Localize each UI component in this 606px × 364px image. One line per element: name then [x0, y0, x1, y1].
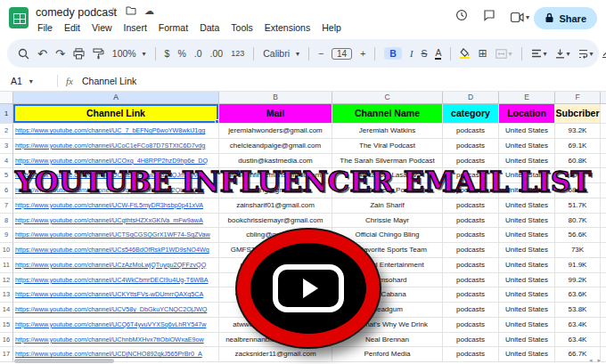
category-cell[interactable]: podcasts [443, 303, 499, 318]
print-icon[interactable] [73, 48, 85, 60]
increase-decimals-button[interactable]: .00 [210, 48, 224, 59]
format-percent-button[interactable]: % [177, 48, 185, 59]
channel-link[interactable]: https://www.youtube.com/channel/UCzAzMoL… [15, 261, 206, 269]
share-button[interactable]: Share [534, 7, 597, 29]
text-wrap-button[interactable]: ▾ [578, 49, 594, 59]
comments-icon[interactable] [483, 9, 495, 25]
menu-help[interactable]: Help [316, 21, 347, 34]
name-box[interactable]: A1 ▾ [0, 76, 57, 86]
decrease-decimals-button[interactable]: .0 [194, 48, 202, 59]
channel-link[interactable]: https://www.youtube.com/channel/UCs546Bd… [15, 246, 209, 254]
subscriber-cell[interactable]: 56.6K [555, 228, 601, 243]
subscriber-cell[interactable]: 93.2K [555, 124, 601, 139]
category-cell[interactable]: podcasts [443, 273, 499, 288]
location-cell[interactable]: United States [499, 303, 555, 318]
category-cell[interactable]: podcasts [443, 318, 499, 333]
row-header-12[interactable]: 12 [0, 273, 13, 288]
location-cell[interactable]: United States [499, 243, 555, 258]
channel-link[interactable]: https://www.youtube.com/channel/UCDjNCHO… [15, 350, 202, 358]
channel-name-cell[interactable]: Chrissie Mayr [332, 214, 443, 229]
more-formats-button[interactable]: 123 [231, 49, 244, 58]
mail-cell[interactable]: jeremiahwonders@gmail.com [219, 124, 332, 139]
location-cell[interactable]: United States [499, 228, 555, 243]
row-header-7[interactable]: 7 [0, 198, 13, 214]
channel-link[interactable]: https://www.youtube.com/channel/UCqthtsH… [15, 216, 203, 224]
category-cell[interactable]: podcasts [443, 258, 499, 273]
header-cell-channel-link[interactable]: Channel Link [13, 104, 219, 124]
menu-view[interactable]: View [86, 21, 118, 34]
search-icon[interactable] [18, 48, 29, 60]
row-header-3[interactable]: 3 [0, 139, 13, 154]
text-rotation-button[interactable]: ▾ [602, 49, 606, 59]
row-header-8[interactable]: 8 [0, 214, 13, 229]
row-header-17[interactable]: 17 [0, 347, 13, 362]
redo-icon[interactable]: ↷ [55, 47, 65, 61]
channel-link-cell[interactable]: https://www.youtube.com/channel/UCzAzMoL… [13, 258, 219, 273]
subscriber-cell[interactable]: 63.4K [555, 318, 601, 333]
horizontal-scrollbar[interactable] [14, 359, 114, 363]
location-cell[interactable]: United States [499, 318, 555, 333]
subscriber-cell[interactable]: 73K [555, 243, 601, 258]
channel-link-cell[interactable]: https://www.youtube.com/channel/UChnbMXH… [13, 333, 219, 348]
channel-link[interactable]: https://www.youtube.com/channel/UCOxq_4H… [15, 157, 208, 165]
channel-link[interactable]: https://www.youtube.com/channel/UCW-FtL5… [15, 201, 203, 209]
channel-link-cell[interactable]: https://www.youtube.com/channel/UC_7_bEF… [13, 124, 219, 139]
channel-link-cell[interactable]: https://www.youtube.com/channel/UCTSgCGS… [13, 228, 219, 243]
column-header-b[interactable]: B [219, 92, 332, 104]
column-header-c[interactable]: C [332, 92, 443, 104]
bold-button[interactable]: B [384, 47, 402, 60]
channel-link-cell[interactable]: https://www.youtube.com/channel/UCQ6T4yv… [13, 318, 219, 333]
column-header-f[interactable]: F [555, 92, 601, 104]
location-cell[interactable]: United States [499, 347, 555, 362]
strikethrough-button[interactable]: S [421, 48, 427, 59]
row-header-11[interactable]: 11 [0, 258, 13, 273]
channel-name-cell[interactable]: Jeremiah Watkins [332, 124, 443, 139]
channel-link[interactable]: https://www.youtube.com/channel/UCQ6T4yv… [15, 320, 206, 328]
row-header-2[interactable]: 2 [0, 124, 13, 139]
decrease-font-size-button[interactable]: − [318, 48, 323, 59]
zoom-select[interactable]: 100% ▾ [112, 48, 146, 59]
select-all-corner[interactable] [0, 92, 13, 104]
category-cell[interactable]: podcasts [443, 124, 499, 139]
channel-link-cell[interactable]: https://www.youtube.com/channel/UCV58y_D… [13, 303, 219, 318]
cloud-status-icon[interactable]: ☁ [144, 5, 154, 17]
location-cell[interactable]: United States [499, 287, 555, 303]
menu-data[interactable]: Data [194, 21, 225, 34]
row-header-1[interactable]: 1 [0, 104, 13, 124]
star-icon[interactable]: ☆ [109, 5, 118, 17]
column-header-a[interactable]: A [13, 92, 219, 104]
category-cell[interactable]: podcasts [443, 243, 499, 258]
menu-tools[interactable]: Tools [225, 21, 258, 34]
channel-name-cell[interactable]: Penford Media [332, 347, 443, 362]
header-cell-mail[interactable]: Mail [219, 104, 332, 124]
mail-cell[interactable]: bookchrissiemayr@gmail.com [219, 214, 332, 229]
location-cell[interactable]: United States [499, 214, 555, 229]
mail-cell[interactable]: chelcieandpaige@gmail.com [219, 139, 332, 154]
header-cell-location[interactable]: Location [499, 104, 555, 124]
channel-name-cell[interactable]: Zain Sharif [332, 198, 443, 214]
selection-handle[interactable] [215, 119, 219, 124]
menu-format[interactable]: Format [153, 21, 193, 34]
subscriber-cell[interactable]: 53.8K [555, 303, 601, 318]
font-size-input[interactable]: 14 [332, 48, 352, 60]
column-header-d[interactable]: D [443, 92, 499, 104]
channel-link-cell[interactable]: https://www.youtube.com/channel/UCqthtsH… [13, 214, 219, 229]
subscriber-cell[interactable]: 63.6K [555, 287, 601, 303]
menu-edit[interactable]: Edit [59, 21, 86, 34]
meet-icon[interactable]: ▾ [511, 12, 529, 22]
category-cell[interactable]: podcasts [443, 347, 499, 362]
location-cell[interactable]: United States [499, 139, 555, 154]
category-cell[interactable]: podcasts [443, 287, 499, 303]
category-cell[interactable]: podcasts [443, 214, 499, 229]
location-cell[interactable]: United States [499, 273, 555, 288]
category-cell[interactable]: podcasts [443, 139, 499, 154]
undo-icon[interactable]: ↶ [37, 47, 47, 61]
channel-link-cell[interactable]: https://www.youtube.com/channel/UCs546Bd… [13, 243, 219, 258]
channel-link[interactable]: https://www.youtube.com/channel/UCV58y_D… [15, 305, 207, 313]
header-cell-channel-name[interactable]: Channel Name [332, 104, 443, 124]
subscriber-cell[interactable]: 63.4K [555, 333, 601, 348]
document-title[interactable]: comedy podcast [36, 6, 117, 19]
borders-button[interactable]: ⊞ [478, 47, 487, 60]
channel-link-cell[interactable]: https://www.youtube.com/channel/UCW-FtL5… [13, 198, 219, 214]
merge-cells-button[interactable]: ▾ [495, 49, 512, 59]
